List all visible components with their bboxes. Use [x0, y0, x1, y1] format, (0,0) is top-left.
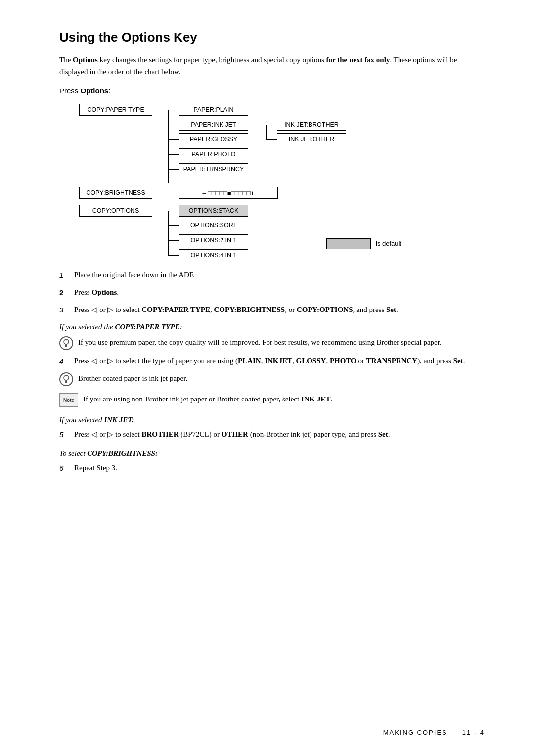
subheading-inkjet: If you selected INK JET:: [59, 416, 485, 424]
svg-rect-4: [65, 380, 67, 383]
line-papertype-to-papers: [152, 110, 168, 110]
footer-page: 11 - 4: [462, 729, 485, 736]
intro-paragraph: The Options key changes the settings for…: [59, 54, 485, 78]
line-to-plain: [168, 110, 179, 110]
inkjet-other-box: INK JET:OTHER: [277, 133, 346, 145]
line-to-4in1: [168, 255, 179, 256]
line-to-inkjet: [168, 125, 179, 125]
footer: MAKING COPIES 11 - 4: [0, 729, 534, 736]
brightness-bar-box: – □□□□□■□□□□□+: [179, 187, 278, 199]
options-diagram: COPY:PAPER TYPE COPY:BRIGHTNESS COPY:OPT…: [79, 99, 465, 257]
line-to-sort: [168, 225, 179, 226]
step-2: 2 Press Options.: [59, 286, 485, 299]
line-to-2in1: [168, 240, 179, 241]
is-default-label: is default: [376, 240, 401, 247]
step-3-content: Press ◁ or ▷ to select COPY:PAPER TYPE, …: [74, 304, 485, 315]
next-fax-bold: for the next fax only: [326, 56, 390, 64]
step-3: 3 Press ◁ or ▷ to select COPY:PAPER TYPE…: [59, 304, 485, 316]
step-6: 6 Repeat Step 3.: [59, 462, 485, 474]
step-4-content: Press ◁ or ▷ to select the type of paper…: [74, 355, 485, 367]
tip-1-icon: [59, 336, 73, 350]
step-1-number: 1: [59, 269, 74, 281]
subheading-copy-paper-type: If you selected the COPY:PAPER TYPE:: [59, 323, 485, 331]
svg-rect-1: [65, 344, 67, 347]
inkjet-brother-box: INK JET:BROTHER: [277, 119, 346, 131]
steps-container: 1 Place the original face down in the AD…: [59, 269, 485, 474]
step-2-number: 2: [59, 286, 74, 299]
options-stack-box: OPTIONS:STACK: [179, 205, 248, 217]
line-to-glossy: [168, 139, 179, 140]
options-bold: Options: [73, 56, 98, 64]
step-6-content: Repeat Step 3.: [74, 462, 485, 474]
options-4in1-box: OPTIONS:4 IN 1: [179, 249, 248, 261]
options-2in1-box: OPTIONS:2 IN 1: [179, 234, 248, 246]
note-1-content: If you are using non-Brother ink jet pap…: [83, 393, 485, 405]
vline-inkjet: [266, 125, 267, 139]
press-options-label: Press Options:: [59, 87, 485, 95]
tip-2-icon: [59, 372, 73, 386]
line-to-stack: [168, 211, 179, 211]
step-3-number: 3: [59, 304, 74, 316]
vline-options: [168, 211, 169, 255]
svg-point-2: [66, 339, 67, 340]
tip-1-row: If you use premium paper, the copy quali…: [59, 336, 485, 350]
step-4-number: 4: [59, 355, 74, 367]
paper-glossy-box: PAPER:GLOSSY: [179, 133, 248, 145]
step-5-content: Press ◁ or ▷ to select BROTHER (BP72CL) …: [74, 428, 485, 440]
copy-brightness-box: COPY:BRIGHTNESS: [79, 187, 152, 199]
options-sort-box: OPTIONS:SORT: [179, 220, 248, 231]
step-6-number: 6: [59, 462, 74, 474]
paper-plain-box: PAPER:PLAIN: [179, 104, 248, 116]
note-1-icon: Note: [59, 393, 78, 407]
paper-photo-box: PAPER:PHOTO: [179, 148, 248, 160]
paper-inkjet-box: PAPER:INK JET: [179, 119, 248, 131]
step-2-content: Press Options.: [74, 286, 485, 298]
tip-1-content: If you use premium paper, the copy quali…: [78, 336, 485, 348]
default-indicator-box: [326, 238, 371, 249]
footer-chapter: MAKING COPIES: [383, 729, 447, 736]
step-5-number: 5: [59, 428, 74, 441]
step-5: 5 Press ◁ or ▷ to select BROTHER (BP72CL…: [59, 428, 485, 441]
copy-options-box: COPY:OPTIONS: [79, 205, 152, 217]
svg-point-5: [66, 375, 67, 376]
vline-papers: [168, 110, 169, 183]
copy-paper-type-box: COPY:PAPER TYPE: [79, 104, 152, 116]
page-title: Using the Options Key: [59, 30, 485, 45]
step-1-content: Place the original face down in the ADF.: [74, 269, 485, 281]
line-brightness: [152, 193, 179, 193]
step-4: 4 Press ◁ or ▷ to select the type of pap…: [59, 355, 485, 367]
note-1-row: Note If you are using non-Brother ink je…: [59, 393, 485, 407]
line-to-brother: [266, 125, 277, 125]
line-to-photo: [168, 154, 179, 155]
tip-2-content: Brother coated paper is ink jet paper.: [78, 372, 485, 384]
line-to-trnsprcy: [168, 169, 179, 170]
step-1: 1 Place the original face down in the AD…: [59, 269, 485, 281]
line-to-other: [266, 139, 277, 140]
subheading-brightness: To select COPY:BRIGHTNESS:: [59, 449, 485, 458]
tip-2-row: Brother coated paper is ink jet paper.: [59, 372, 485, 386]
paper-trnsprcy-box: PAPER:TRNSPRNCY: [179, 163, 248, 175]
line-options: [152, 211, 168, 211]
line-inkjet-to-col3: [248, 125, 266, 125]
